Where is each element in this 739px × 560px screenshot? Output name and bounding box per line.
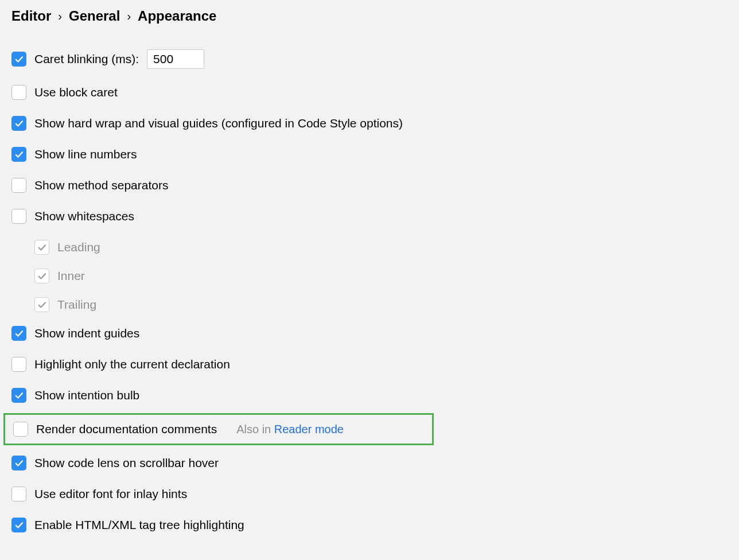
checkbox-show-whitespaces[interactable] (11, 209, 26, 224)
option-show-whitespaces: Show whitespaces (11, 209, 728, 224)
input-caret-blinking-ms[interactable] (147, 49, 204, 69)
option-show-hard-wrap: Show hard wrap and visual guides (config… (11, 116, 728, 131)
label-use-editor-font-inlay: Use editor font for inlay hints (34, 487, 187, 501)
option-caret-blinking: Caret blinking (ms): (11, 49, 728, 69)
label-caret-blinking: Caret blinking (ms): (34, 52, 139, 66)
option-show-code-lens: Show code lens on scrollbar hover (11, 456, 728, 470)
label-enable-html-xml-tag: Enable HTML/XML tag tree highlighting (34, 518, 244, 532)
label-show-line-numbers: Show line numbers (34, 147, 137, 161)
checkbox-show-method-separators[interactable] (11, 178, 26, 193)
checkbox-render-doc-comments[interactable] (13, 422, 28, 437)
option-show-indent-guides: Show indent guides (11, 326, 728, 341)
checkbox-show-hard-wrap[interactable] (11, 116, 26, 131)
option-show-method-separators: Show method separators (11, 178, 728, 193)
label-render-doc-comments: Render documentation comments (36, 422, 217, 436)
checkbox-show-indent-guides[interactable] (11, 326, 26, 341)
link-reader-mode[interactable]: Reader mode (274, 423, 344, 435)
option-use-block-caret: Use block caret (11, 85, 728, 100)
checkbox-use-editor-font-inlay[interactable] (11, 487, 26, 501)
checkbox-whitespace-leading (34, 240, 49, 255)
option-use-editor-font-inlay: Use editor font for inlay hints (11, 487, 728, 501)
label-whitespace-inner: Inner (57, 269, 85, 283)
label-use-block-caret: Use block caret (34, 85, 118, 99)
option-highlight-current-decl: Highlight only the current declaration (11, 357, 728, 372)
checkbox-highlight-current-decl[interactable] (11, 357, 26, 372)
checkbox-show-code-lens[interactable] (11, 456, 26, 470)
breadcrumb-item: Appearance (138, 8, 216, 24)
breadcrumb-item[interactable]: Editor (11, 8, 51, 24)
label-show-hard-wrap: Show hard wrap and visual guides (config… (34, 116, 403, 130)
label-show-method-separators: Show method separators (34, 178, 168, 192)
label-show-indent-guides: Show indent guides (34, 326, 139, 340)
label-highlight-current-decl: Highlight only the current declaration (34, 357, 230, 371)
label-whitespace-leading: Leading (57, 240, 100, 254)
option-whitespace-leading: Leading (34, 240, 728, 255)
checkbox-enable-html-xml-tag[interactable] (11, 518, 26, 532)
label-whitespace-trailing: Trailing (57, 298, 96, 312)
breadcrumb: Editor › General › Appearance (11, 8, 728, 24)
option-show-intention-bulb: Show intention bulb (11, 388, 728, 403)
checkbox-caret-blinking[interactable] (11, 52, 26, 67)
option-whitespace-inner: Inner (34, 269, 728, 283)
label-show-whitespaces: Show whitespaces (34, 209, 134, 223)
option-whitespace-trailing: Trailing (34, 297, 728, 312)
checkbox-show-line-numbers[interactable] (11, 147, 26, 162)
label-show-intention-bulb: Show intention bulb (34, 388, 139, 402)
checkbox-whitespace-trailing (34, 297, 49, 312)
checkbox-whitespace-inner (34, 269, 49, 283)
option-show-line-numbers: Show line numbers (11, 147, 728, 162)
label-show-code-lens: Show code lens on scrollbar hover (34, 456, 219, 470)
chevron-right-icon: › (58, 10, 62, 23)
option-enable-html-xml-tag: Enable HTML/XML tag tree highlighting (11, 518, 728, 532)
note-render-doc: Also in Reader mode (236, 423, 344, 436)
option-render-doc-comments: Render documentation comments Also in Re… (3, 413, 434, 445)
breadcrumb-item[interactable]: General (69, 8, 120, 24)
note-text: Also in (236, 423, 274, 435)
chevron-right-icon: › (127, 10, 131, 23)
checkbox-show-intention-bulb[interactable] (11, 388, 26, 403)
checkbox-use-block-caret[interactable] (11, 85, 26, 100)
